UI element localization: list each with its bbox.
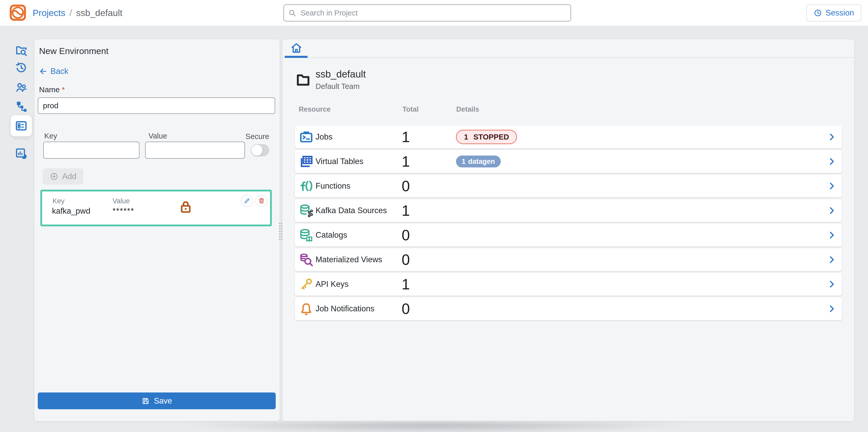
- search-input[interactable]: [283, 4, 571, 22]
- project-overview-panel: ssb_default Default Team Resource Total …: [282, 39, 854, 421]
- breadcrumb-current: ssb_default: [76, 8, 122, 18]
- sidebar: [0, 26, 34, 432]
- api-keys-icon: [299, 277, 313, 292]
- catalogs-icon: [299, 228, 313, 242]
- status-badge-info: 1datagen: [456, 156, 501, 167]
- monitoring-chart-icon: [15, 147, 27, 160]
- notifications-icon: [299, 301, 313, 316]
- environment-variable-card: Key kafka_pwd Value ******: [40, 190, 272, 226]
- add-label: Add: [62, 172, 76, 181]
- chevron-right-icon[interactable]: [827, 133, 836, 141]
- save-button[interactable]: Save: [38, 393, 276, 409]
- key-input[interactable]: [43, 142, 140, 159]
- key-field-label: Key: [44, 132, 57, 140]
- chevron-right-icon[interactable]: [827, 280, 836, 289]
- folder-search-icon: [15, 44, 27, 57]
- project-team: Default Team: [315, 82, 360, 91]
- back-label: Back: [51, 67, 68, 76]
- session-label: Session: [826, 8, 854, 18]
- lock-icon: [179, 199, 193, 215]
- toggle-knob: [251, 145, 262, 156]
- panel-resize-handle[interactable]: [279, 222, 283, 240]
- breadcrumb-separator: /: [69, 8, 72, 18]
- resource-details: 1STOPPED: [456, 130, 517, 144]
- sidebar-item-environments-active[interactable]: [10, 115, 32, 136]
- resource-details: 1datagen: [456, 156, 501, 167]
- tab-bar: [282, 39, 854, 58]
- resource-label: Jobs: [315, 132, 332, 142]
- resource-total: 0: [402, 227, 410, 244]
- value-field-label: Value: [149, 132, 167, 140]
- project-folder-icon: [295, 72, 311, 87]
- sidebar-item-project-explorer[interactable]: [15, 44, 27, 57]
- resource-label: Materialized Views: [315, 255, 382, 264]
- secure-toggle[interactable]: [251, 144, 269, 156]
- sidebar-divider: [13, 139, 30, 139]
- resource-label: Catalogs: [315, 230, 347, 240]
- resource-total: 1: [402, 153, 410, 170]
- home-icon: [290, 42, 303, 54]
- chevron-right-icon[interactable]: [827, 181, 836, 191]
- back-link[interactable]: Back: [39, 67, 68, 76]
- history-icon: [15, 62, 27, 74]
- chevron-right-icon[interactable]: [827, 231, 836, 239]
- name-input[interactable]: [38, 97, 275, 114]
- kafka-icon: [299, 203, 313, 218]
- column-header-details: Details: [456, 105, 479, 113]
- resource-row[interactable]: Kafka Data Sources 1: [295, 199, 842, 222]
- add-variable-button[interactable]: Add: [43, 168, 84, 185]
- variable-key-value: kafka_pwd: [52, 206, 90, 216]
- resource-total: 1: [402, 202, 410, 219]
- resource-rows: Jobs 1 1STOPPED Virtual Tables 1 1datage…: [295, 126, 842, 320]
- variable-value-label: Value: [113, 197, 130, 205]
- functions-icon: [299, 179, 313, 193]
- chevron-right-icon[interactable]: [827, 157, 836, 166]
- resource-total: 1: [402, 276, 410, 293]
- environment-list-icon: [15, 120, 27, 132]
- lineage-icon: [15, 100, 27, 113]
- resource-row[interactable]: Virtual Tables 1 1datagen: [295, 150, 842, 173]
- value-input[interactable]: [145, 142, 245, 159]
- breadcrumb-projects-link[interactable]: Projects: [33, 8, 65, 18]
- window-bottom-shadow: [93, 423, 776, 432]
- resource-row[interactable]: API Keys 1: [295, 273, 842, 296]
- session-button[interactable]: Session: [806, 4, 861, 22]
- delete-variable-button[interactable]: [255, 195, 268, 207]
- chevron-right-icon[interactable]: [827, 255, 836, 264]
- virtual-tables-icon: [299, 154, 313, 169]
- project-name: ssb_default: [315, 69, 366, 80]
- resource-row[interactable]: Materialized Views 0: [295, 248, 842, 271]
- sidebar-item-teams[interactable]: [15, 81, 27, 94]
- resource-total: 1: [402, 128, 410, 145]
- sidebar-item-monitoring[interactable]: [15, 147, 27, 160]
- edit-variable-button[interactable]: [241, 195, 253, 207]
- topbar: Projects / ssb_default Session: [0, 0, 868, 26]
- resource-label: Job Notifications: [315, 304, 374, 313]
- trash-icon: [258, 197, 265, 204]
- breadcrumb: Projects / ssb_default: [33, 0, 122, 26]
- plus-circle-icon: [50, 172, 58, 181]
- status-badge-stopped: 1STOPPED: [456, 130, 517, 144]
- arrow-left-icon: [39, 67, 47, 75]
- resource-row[interactable]: Job Notifications 0: [295, 297, 842, 320]
- clock-icon: [814, 9, 822, 17]
- active-tab-underline: [285, 56, 308, 58]
- resource-row[interactable]: Catalogs 0: [295, 224, 842, 246]
- tab-home[interactable]: [290, 42, 303, 54]
- resource-row[interactable]: Functions 0: [295, 175, 842, 197]
- name-field-label: Name*: [39, 85, 65, 94]
- save-label: Save: [154, 396, 172, 406]
- sidebar-item-lineage[interactable]: [15, 100, 27, 113]
- users-icon: [15, 81, 27, 94]
- column-header-resource: Resource: [299, 105, 331, 113]
- chevron-right-icon[interactable]: [827, 304, 836, 313]
- search-icon: [288, 9, 297, 17]
- project-search: [283, 4, 571, 22]
- variable-value-masked: ******: [113, 206, 134, 216]
- chevron-right-icon[interactable]: [827, 206, 836, 215]
- resource-label: API Keys: [315, 279, 349, 289]
- resource-label: Virtual Tables: [315, 157, 363, 166]
- sidebar-item-history[interactable]: [15, 62, 27, 74]
- app-logo-icon[interactable]: [9, 4, 26, 21]
- resource-row[interactable]: Jobs 1 1STOPPED: [295, 126, 842, 148]
